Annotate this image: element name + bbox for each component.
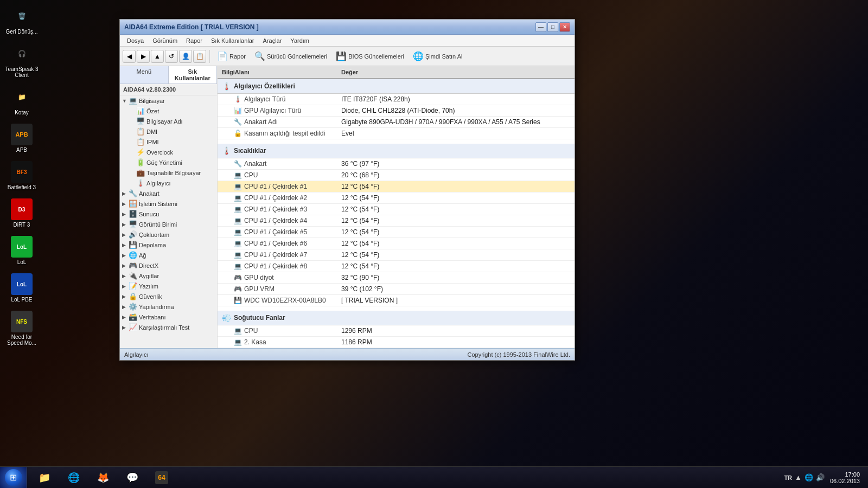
window-titlebar: AIDA64 Extreme Edition [ TRIAL VERSION ]… [120,20,575,35]
label-cpu1-c6: 💻 CPU #1 / Çekirdek #6 [218,238,337,249]
menu-gorunum[interactable]: Görünüm [148,36,182,45]
close-button[interactable]: ✕ [559,22,570,32]
ag-text: Ağ [139,252,146,259]
toolbar-bios-button[interactable]: 💾 BIOS Güncellemeleri [332,49,408,63]
value-gpu-alg: Diode, CHiL CHL8228 (ATI-Diode, 70h) [337,105,575,116]
start-button[interactable]: ⊞ [0,467,27,489]
teamspeak-label: TeamSpeak 3Client [5,66,38,78]
taskbar-skype[interactable]: 💬 [119,468,146,487]
tree-isletim[interactable]: ▶ 🪟 İşletim Sistemi [120,198,217,209]
tray-arrow-icon[interactable]: ▲ [795,473,802,481]
tree-anakart[interactable]: ▶ 🔧 Anakart [120,188,217,198]
ozet-icon: 📊 [136,107,145,115]
menu-yardim[interactable]: Yardım [286,36,314,45]
tree-algilayici[interactable]: 🌡️ Algılayıcı [127,178,217,188]
tree-ag[interactable]: ▶ 🌐 Ağ [120,250,217,260]
section-alg-icon: 🌡️ [222,82,231,91]
row-cpu1-c5: 💻 CPU #1 / Çekirdek #5 12 °C (54 °F) [218,227,575,238]
section-sicakliklar: 🌡️ Sıcaklıklar [218,144,575,158]
desktop-icon-battlefield[interactable]: BF3 Battlefield 3 [3,161,41,190]
toolbar-satin-button[interactable]: 🌐 Şimdi Satın Al [409,49,466,63]
tree-goruntu[interactable]: ▶ 🖥️ Görüntü Birimi [120,219,217,229]
tree-tasinabilir[interactable]: 💼 Taşınabilir Bilgisayar [127,168,217,178]
tray-volume-icon[interactable]: 🔊 [816,473,825,481]
taskbar-apps: 📁 🌐 🦊 💬 64 [27,467,778,488]
tree-veritabani[interactable]: ▶ 🗃️ Veritabanı [120,312,217,322]
tree-sunucu[interactable]: ▶ 🗄️ Sunucu [120,209,217,219]
menu-araclar[interactable]: Araçlar [259,36,286,45]
fan-title: Soğutucu Fanlar [234,314,285,322]
desktop-icon-kotay[interactable]: 📁 Kotay [3,86,41,115]
nav-forward-button[interactable]: ▶ [137,50,150,63]
toolbar-rapor-button[interactable]: 📄 Rapor [213,49,250,63]
tree-ozet[interactable]: 📊 Özet [127,106,217,116]
nav-extra-button[interactable]: 📋 [193,50,206,63]
anakart-adi-icon: 🔧 [234,118,242,126]
desktop-icon-dirt3[interactable]: D3 DiRT 3 [3,198,41,228]
tas-icon: 💼 [136,169,145,177]
dx-icon: 🎮 [129,261,137,269]
label-cpu-sic: 💻 CPU [218,170,337,181]
value-gpu-vrm: 39 °C (102 °F) [337,284,575,294]
nav-user-button[interactable]: 👤 [179,50,192,63]
taskbar-chrome[interactable]: 🌐 [60,468,87,487]
minimize-button[interactable]: — [535,22,546,32]
nav-refresh-button[interactable]: ↺ [165,50,178,63]
tree-yapilandirma[interactable]: ▶ ⚙️ Yapılandırma [120,301,217,312]
taskbar-firefox[interactable]: 🦊 [90,468,117,487]
taskbar-aida64[interactable]: 64 [148,468,175,487]
tray-network-icon[interactable]: 🌐 [805,473,813,481]
guv-text: Güvenlik [139,293,162,300]
tree-ipmi[interactable]: 📋 IPMI [127,137,217,147]
tree-depolama[interactable]: ▶ 💾 Depolama [120,240,217,250]
desktop-icon-lol[interactable]: LoL LoL [3,236,41,265]
surucu-label: Sürücü Güncellemeleri [267,53,327,60]
tab-sik[interactable]: Sık Kullanılanlar [169,66,218,84]
exp-guv: ▶ [122,294,127,299]
taskbar-explorer[interactable]: 📁 [31,468,58,487]
tree-directx[interactable]: ▶ 🎮 DirectX [120,260,217,271]
exp-dep: ▶ [122,242,127,248]
tree-overclock[interactable]: ⚡ Overclock [127,147,217,157]
desktop-icon-teamspeak[interactable]: 🎧 TeamSpeak 3Client [3,43,41,78]
nfs-icon: NFS [11,311,33,332]
yaz-text: Yazılım [139,283,158,290]
dep-icon: 💾 [129,241,137,249]
toolbar-surucu-button[interactable]: 🔍 Sürücü Güncellemeleri [251,49,331,63]
yap-text: Yapılandırma [139,304,174,310]
label-kasa-acildi: 🔓 Kasanın açıldığı tespit edildi [218,128,337,139]
tree-guc-yonetimi[interactable]: 🔋 Güç Yönetimi [127,157,217,168]
desktop-icon-trash[interactable]: 🗑️ Geri Dönüş... [3,5,41,35]
desktop-icon-apb[interactable]: APB APB [3,124,41,153]
ayg-icon: 🔌 [129,272,137,280]
label-cpu1-c8: 💻 CPU #1 / Çekirdek #8 [218,261,337,272]
tree-yazilim[interactable]: ▶ 📝 Yazılım [120,281,217,291]
main-content: Menü Sık Kullanılanlar AIDA64 v2.80.2300… [120,66,575,348]
cpu-sic-text: CPU [244,171,258,179]
menu-sik[interactable]: Sık Kullanılanlar [207,36,259,45]
tab-menu[interactable]: Menü [120,66,169,84]
row-cpu1-c1: 💻 CPU #1 / Çekirdek #1 12 °C (54 °F) [218,181,575,192]
tree-bilgisayar-adi[interactable]: 🖥️ Bilgisayar Adı [127,116,217,126]
tree-cokluortam[interactable]: ▶ 🔊 Çokluortam [120,229,217,240]
menu-rapor[interactable]: Rapor [182,36,207,45]
exp-cok: ▶ [122,232,127,237]
tree-bilgisayar[interactable]: ▼ 💻 Bilgisayar [120,95,217,106]
desktop-icon-nfs[interactable]: NFS Need forSpeed Mo... [3,311,41,346]
sunucu-icon: 🗄️ [129,210,137,218]
nav-up-button[interactable]: ▲ [151,50,164,63]
tree-aygitlar[interactable]: ▶ 🔌 Aygıtlar [120,271,217,281]
sidebar-panel: Menü Sık Kullanılanlar AIDA64 v2.80.2300… [120,66,218,348]
nav-back-button[interactable]: ◀ [123,50,136,63]
tree-karsilastirma[interactable]: ▶ 📈 Karşılaştırmalı Test [120,322,217,332]
bios-icon: 💾 [336,51,347,61]
desktop-icon-lol-pbe[interactable]: LoL LoL PBE [3,273,41,303]
tree-dmi[interactable]: 📋 DMI [127,126,217,137]
label-cpu1-c1: 💻 CPU #1 / Çekirdek #1 [218,181,337,192]
exp-anakart: ▶ [122,191,127,196]
yaz-icon: 📝 [129,282,137,290]
menu-dosya[interactable]: Dosya [123,36,148,45]
maximize-button[interactable]: □ [547,22,558,32]
tree-guvenlik[interactable]: ▶ 🔒 Güvenlik [120,291,217,301]
label-gpu-alg: 📊 GPU Algılayıcı Türü [218,105,337,116]
